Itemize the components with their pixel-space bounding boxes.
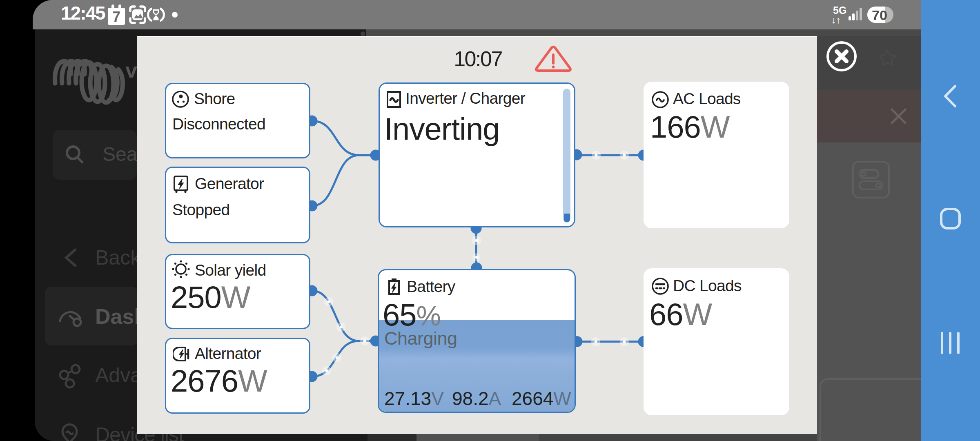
svg-text:Adva: Adva xyxy=(95,364,142,387)
svg-text:Back: Back xyxy=(95,246,141,269)
svg-text:7: 7 xyxy=(112,9,120,25)
svg-text:70: 70 xyxy=(872,7,887,23)
svg-text:↓↑: ↓↑ xyxy=(831,15,841,25)
svg-text:5G: 5G xyxy=(833,4,846,16)
